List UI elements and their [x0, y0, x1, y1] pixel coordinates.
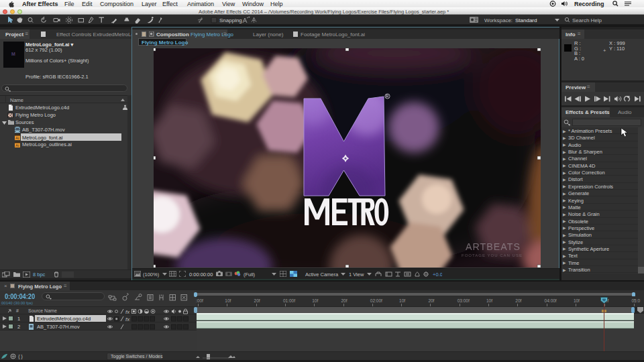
svg-text:ARTBEATS: ARTBEATS — [466, 241, 521, 252]
svg-text:Ai: Ai — [15, 136, 19, 140]
svg-text:fx: fx — [125, 316, 130, 322]
svg-text:Search Help: Search Help — [572, 17, 602, 23]
svg-text:Snapping: Snapping — [219, 17, 242, 23]
svg-text:Ai: Ai — [15, 143, 19, 147]
svg-text:Workspace:: Workspace: — [484, 17, 513, 23]
svg-text:+0.0: +0.0 — [433, 272, 442, 278]
svg-text:FOOTAGE YOU CAN USE: FOOTAGE YOU CAN USE — [462, 253, 522, 257]
svg-text:Standard: Standard — [515, 17, 537, 23]
svg-text:fx: fx — [125, 309, 130, 315]
